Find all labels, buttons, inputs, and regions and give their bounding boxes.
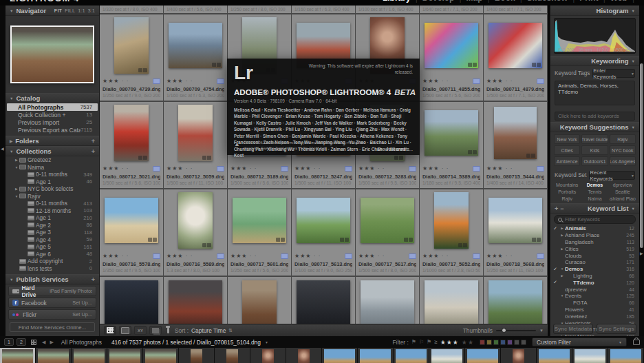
collections-header[interactable]: ▼ Collections + xyxy=(6,146,99,156)
grid-photo-cell[interactable]: ★★★ · · Diallo_080714_5389.dng Di...89 1… xyxy=(420,101,484,188)
collection-item[interactable]: Age 5 161 xyxy=(7,243,98,251)
grid-photo-cell[interactable]: ★★★ · · Diallo_080717_5613.dng Di...13 1… xyxy=(292,188,356,276)
keyword-suggestions-header[interactable]: Keyword Suggestions ▼ xyxy=(550,122,639,132)
right-panel-scrollbar[interactable]: ▶ xyxy=(639,6,644,336)
folders-header[interactable]: ▶ Folders + xyxy=(6,136,99,146)
keyword-badge-icon[interactable] xyxy=(153,253,160,259)
photo-thumbnail[interactable] xyxy=(425,280,477,324)
grid-photo-cell[interactable]: ★★★ · · Diallo_080712_5059.dng Di...59 1… xyxy=(164,101,228,188)
photo-thumbnail[interactable] xyxy=(105,280,158,324)
keyword-badge-icon[interactable] xyxy=(537,79,544,84)
grid-photo-cell[interactable]: ★★★ · · Diallo_080717_5617.dng Di...17 1… xyxy=(356,188,420,276)
photo-thumbnail[interactable] xyxy=(114,17,149,74)
collapse-right-panel-arrow-icon[interactable]: ▶ xyxy=(640,251,643,256)
filter-lock-icon[interactable] xyxy=(633,340,640,345)
filmstrip-thumbnail[interactable] xyxy=(72,348,107,363)
disclosure-triangle-icon[interactable]: ▶ xyxy=(559,234,565,237)
flag-reject-icon[interactable]: ⚑ xyxy=(427,339,431,345)
filmstrip-thumbnail[interactable] xyxy=(36,348,72,363)
add-folder-icon[interactable]: + xyxy=(92,138,95,145)
filmstrip-thumbnail[interactable] xyxy=(322,348,358,363)
painter-tool-icon[interactable] xyxy=(167,328,169,333)
zoom-option[interactable]: FILL xyxy=(65,8,75,14)
keyword-suggestion-button[interactable]: Los Angeles xyxy=(610,156,636,166)
keyword-suggestion-button[interactable]: NYC book xyxy=(610,145,636,155)
service-setup-link[interactable]: Set Up... xyxy=(72,300,92,306)
collapse-left-panel-arrow-icon[interactable]: ◀ xyxy=(1,146,4,151)
photo-thumbnail[interactable] xyxy=(361,280,414,324)
grid-photo-cell[interactable]: ★★★ · · Diallo_080711_4855.dng Di...55 1… xyxy=(420,13,484,101)
compare-view-button[interactable]: XY xyxy=(134,326,147,335)
grid-view-icon[interactable] xyxy=(31,340,36,345)
keyword-set-item[interactable]: Tennis xyxy=(581,189,608,195)
star-rating[interactable]: ★★★ · · xyxy=(167,253,193,259)
disclosure-triangle-icon[interactable]: ▶ xyxy=(10,139,12,143)
photo-thumbnail[interactable] xyxy=(297,280,350,324)
disclosure-triangle-icon[interactable]: ▼ xyxy=(632,125,635,129)
keyword-suggestion-button[interactable]: New York xyxy=(554,134,580,144)
star-rating[interactable]: ★★★ · · xyxy=(103,165,129,172)
star-rating[interactable]: ★★★ · · xyxy=(167,78,193,84)
grid-photo-cell[interactable] xyxy=(164,276,228,324)
color-label-chip[interactable] xyxy=(514,340,519,345)
photo-thumbnail[interactable] xyxy=(242,280,277,324)
module-tab[interactable]: Book xyxy=(495,0,515,3)
filmstrip-thumbnail[interactable] xyxy=(143,348,179,363)
color-label-chip[interactable] xyxy=(500,340,506,345)
filmstrip-thumbnail[interactable] xyxy=(179,348,215,363)
disclosure-triangle-icon[interactable]: ▼ xyxy=(632,9,635,13)
chevron-down-icon[interactable]: ▼ xyxy=(265,340,268,344)
keyword-badge-icon[interactable] xyxy=(153,166,160,172)
filter-stars-inactive[interactable]: ★★ xyxy=(462,339,474,346)
keyword-badge-icon[interactable] xyxy=(281,166,288,172)
disclosure-triangle-icon[interactable]: ▶ xyxy=(14,158,19,162)
keyword-suggestion-button[interactable]: Travel Guide xyxy=(581,134,608,144)
color-label-chip[interactable] xyxy=(507,340,513,345)
disclosure-triangle-icon[interactable]: ▼ xyxy=(559,294,565,298)
star-rating[interactable]: ★★★ · · xyxy=(358,165,385,172)
photo-thumbnail[interactable] xyxy=(425,110,477,156)
filmstrip-thumbnail[interactable] xyxy=(429,348,465,363)
grid-view-button[interactable] xyxy=(104,326,116,335)
collection-item[interactable]: 0-11 months 349 xyxy=(7,171,98,178)
toolbar-options-icon[interactable]: ▼ xyxy=(539,329,544,333)
grid-photo-cell[interactable] xyxy=(292,276,356,324)
star-rating[interactable]: ★★★ · · xyxy=(422,253,449,259)
navigator-header[interactable]: ▼ Navigator FIT FILL 1:1 3:1 xyxy=(6,6,99,16)
keyword-list-item[interactable]: ✓ ▼ Demos 316 xyxy=(550,266,639,273)
keyword-list-header[interactable]: + − Keyword List ▼ xyxy=(550,203,639,214)
catalog-item[interactable]: Previous Export as Catalog 7115 xyxy=(7,126,98,134)
module-tab[interactable]: Map xyxy=(466,0,483,3)
keyword-list-item[interactable]: ✓ FGTA 66 xyxy=(550,300,639,307)
add-publish-service-icon[interactable]: + xyxy=(92,276,95,283)
keyword-set-item[interactable]: Naima xyxy=(581,196,608,202)
photo-thumbnail[interactable] xyxy=(489,198,541,244)
disclosure-triangle-icon[interactable]: ▶ xyxy=(559,247,565,251)
disclosure-triangle-icon[interactable]: ▶ xyxy=(559,274,565,278)
photo-thumbnail[interactable] xyxy=(489,23,541,69)
collection-item[interactable]: 0-11 months 413 xyxy=(7,200,98,207)
filmstrip-thumbnail[interactable] xyxy=(0,348,36,363)
photo-thumbnail[interactable] xyxy=(425,23,477,69)
filmstrip-thumbnail[interactable] xyxy=(501,348,537,363)
star-rating[interactable]: ★★★ · · xyxy=(486,78,513,84)
publish-service-facebook[interactable]: f Facebook Set Up... xyxy=(8,298,96,308)
sort-value[interactable]: Capture Time xyxy=(191,327,226,334)
thumbnail-size-slider[interactable] xyxy=(496,330,536,331)
star-rating[interactable]: ★★★ · · xyxy=(103,253,129,259)
keyword-list-item[interactable]: ✓ TTdemo 120 xyxy=(550,279,639,286)
keyword-badge-icon[interactable] xyxy=(217,79,224,84)
keyword-tags-mode-dropdown[interactable]: Enter Keywords▼ xyxy=(592,69,635,78)
photo-thumbnail[interactable] xyxy=(169,280,222,324)
disclosure-triangle-icon[interactable]: ▼ xyxy=(10,149,13,154)
collection-item[interactable]: ▼ Rajiv xyxy=(7,193,98,200)
disclosure-triangle-icon[interactable]: ▶ xyxy=(14,187,19,191)
module-tab[interactable]: Slideshow xyxy=(527,0,568,3)
grid-photo-cell[interactable]: ★★★ · · Diallo_080716_5589.dng Di...89 1… xyxy=(164,188,228,276)
grid-photo-cell[interactable] xyxy=(228,276,292,324)
grid-photo-cell[interactable] xyxy=(420,276,484,324)
rating-operator[interactable]: ≥ xyxy=(434,339,437,345)
keyword-list-item[interactable]: ✓ ▶ Ashland Place 245 xyxy=(550,232,639,239)
check-icon[interactable]: ✓ xyxy=(553,267,559,272)
keyword-suggestion-button[interactable]: Rajiv xyxy=(610,134,636,144)
